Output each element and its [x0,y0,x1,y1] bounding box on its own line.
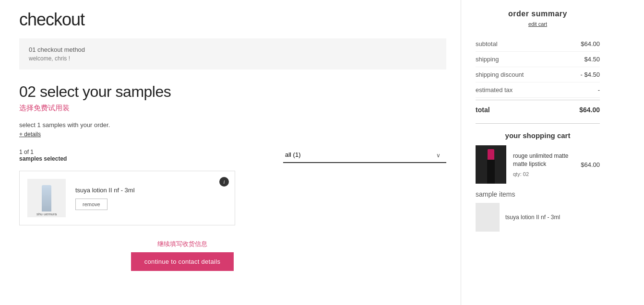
samples-count-number: 1 of 1 [19,149,34,155]
sample-cart-name: tsuya lotion II nf - 3ml [505,214,560,221]
total-value: $64.00 [579,106,600,114]
continue-label: 继续填写收货信息 [19,240,346,248]
lipstick-top [488,149,494,160]
cart-item-qty: qty: 02 [513,171,581,177]
cart-item-name: rouge unlimited matte matte lipstick [513,152,581,168]
order-summary-title: order summary [476,10,600,18]
sample-items-title: sample items [476,190,600,198]
order-sidebar: order summary edit cart subtotal $64.00 … [461,0,614,305]
sample-cart-image [476,203,500,232]
estimated-tax-label: estimated tax [476,86,513,94]
step1-welcome: welcome, chris ! [29,55,437,62]
sample-info: tsuya lotion II nf - 3ml remove [75,187,227,210]
edit-cart-link[interactable]: edit cart [476,21,600,27]
continue-button[interactable]: continue to contact details [131,252,234,271]
shipping-label: shipping [476,56,499,63]
step1-label: 01 checkout method [29,46,437,53]
step2-heading-text: select your samples [40,83,171,100]
filter-select[interactable]: all (1) [283,147,446,163]
shipping-value: $4.50 [584,56,600,63]
sample-product-name: tsuya lotion II nf - 3ml [75,187,227,194]
sidebar-divider [476,123,600,124]
lipstick-body [487,160,495,184]
total-label: total [476,106,490,114]
cart-item-price: $64.00 [581,161,600,168]
estimated-tax-value: - [598,86,600,94]
shipping-discount-row: shipping discount - $4.50 [476,67,600,82]
estimated-tax-row: estimated tax - [476,82,600,98]
info-icon[interactable]: i [219,177,229,187]
step2-chinese-label: 选择免费试用装 [19,104,446,113]
sample-brand-label: shu uemura [27,212,66,216]
shipping-row: shipping $4.50 [476,52,600,67]
step1-box: 01 checkout method welcome, chris ! [19,38,446,70]
samples-count: 1 of 1 samples selected [19,149,67,162]
remove-button[interactable]: remove [75,199,107,210]
continue-section: 继续填写收货信息 continue to contact details [19,240,346,271]
shipping-discount-value: - $4.50 [581,71,600,78]
shipping-discount-label: shipping discount [476,71,524,78]
sample-cart-item: tsuya lotion II nf - 3ml [476,203,600,232]
sample-card: i shu uemura tsuya lotion II nf - 3ml re… [19,171,235,225]
samples-bar: 1 of 1 samples selected all (1) [19,147,446,163]
subtotal-value: $64.00 [581,40,600,47]
step2-heading: 02 select your samples [19,83,446,101]
filter-select-wrapper[interactable]: all (1) [283,147,446,163]
subtotal-label: subtotal [476,40,498,47]
subtotal-row: subtotal $64.00 [476,36,600,52]
total-row: total $64.00 [476,100,600,119]
cart-item-details: rouge unlimited matte matte lipstick qty… [513,152,581,177]
step2-number: 02 [19,83,36,100]
page-title: checkout [19,10,446,30]
sample-image: shu uemura [27,179,66,217]
cart-item: rouge unlimited matte matte lipstick qty… [476,145,600,184]
sample-bottle-shape [42,185,51,211]
select-info-text: select 1 samples with your order. [19,121,446,129]
details-link[interactable]: + details [19,131,41,138]
shopping-cart-title: your shopping cart [476,131,600,140]
samples-count-sub: samples selected [19,155,67,162]
cart-item-image [476,145,506,184]
